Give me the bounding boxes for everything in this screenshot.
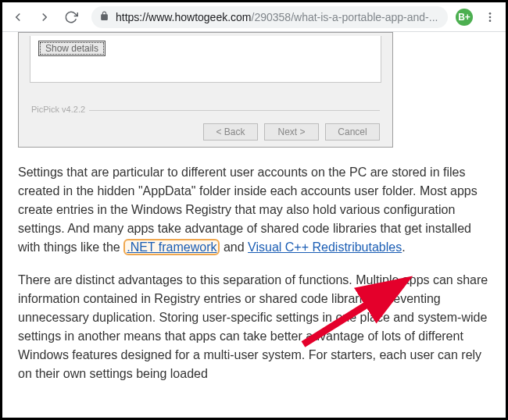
text: and [220,240,248,254]
visual-cpp-link[interactable]: Visual C++ Redistributables [248,240,402,254]
url-text: https://www.howtogeek.com/290358/what-is… [116,11,440,23]
chrome-menu-button[interactable] [478,5,503,30]
wizard-cancel-button: Cancel [325,123,380,141]
net-framework-link[interactable]: .NET framework [127,240,216,254]
forward-button[interactable] [32,5,57,30]
reload-button[interactable] [59,5,84,30]
show-details-button: Show details [38,41,106,56]
divider [89,110,380,111]
text: . [402,240,405,254]
embedded-installer-screenshot: Show details PicPick v4.2.2 < Back Next … [18,32,393,148]
installer-version-label: PicPick v4.2.2 [31,103,85,116]
address-bar[interactable]: https://www.howtogeek.com/290358/what-is… [91,6,448,28]
svg-point-0 [489,12,492,15]
lock-icon [99,11,109,23]
paragraph-1: Settings that are particular to differen… [18,163,490,257]
wizard-back-button: < Back [203,123,258,141]
svg-point-2 [489,20,492,22]
extension-badge[interactable]: B+ [456,9,473,26]
page-content: Show details PicPick v4.2.2 < Back Next … [2,32,506,383]
wizard-next-button: Next > [264,123,319,141]
svg-point-1 [489,16,492,18]
paragraph-2: There are distinct advantages to this se… [18,271,490,383]
back-button[interactable] [5,5,30,30]
browser-toolbar: https://www.howtogeek.com/290358/what-is… [2,2,506,32]
